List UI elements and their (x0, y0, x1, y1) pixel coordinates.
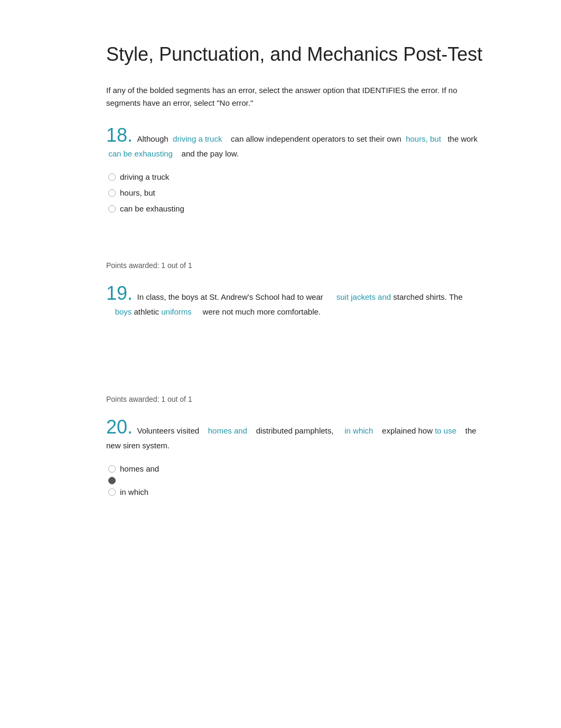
question-20-number: 20. (106, 416, 133, 438)
instructions: If any of the bolded segments has an err… (106, 84, 487, 109)
radio-in-which[interactable] (108, 489, 116, 496)
highlight-to-use: to use (435, 426, 456, 435)
highlight-can-be-exhausting: can be exhausting (108, 149, 173, 158)
option-driving-a-truck-label: driving a truck (120, 169, 169, 185)
option-homes-and-label: homes and (120, 461, 159, 477)
page-title: Style, Punctuation, and Mechanics Post-T… (106, 42, 487, 67)
highlight-homes-and: homes and (208, 426, 247, 435)
question-20-options: homes and in which (108, 461, 487, 500)
question-19-points: Points awarded: 1 out of 1 (106, 395, 487, 403)
highlight-and: and (378, 292, 391, 301)
question-19-text: 19. In class, the boys at St. Andrew's S… (106, 282, 487, 319)
question-19: 19. In class, the boys at St. Andrew's S… (106, 282, 487, 403)
highlight-boys: boys (115, 307, 132, 316)
option-can-be-exhausting-label: can be exhausting (120, 201, 184, 217)
radio-blank[interactable] (108, 477, 116, 484)
question-18-options: driving a truck hours, but can be exhaus… (108, 169, 487, 217)
question-20-sentence: Volunteers visited homes and distributed… (106, 426, 476, 450)
option-blank[interactable] (108, 477, 487, 484)
question-19-sentence: In class, the boys at St. Andrew's Schoo… (106, 292, 463, 316)
option-hours-but[interactable]: hours, but (108, 185, 487, 201)
option-in-which[interactable]: in which (108, 484, 487, 500)
option-homes-and[interactable]: homes and (108, 461, 487, 477)
option-can-be-exhausting[interactable]: can be exhausting (108, 201, 487, 217)
highlight-suit-jackets: suit jackets (336, 292, 376, 301)
question-18: 18. Although driving a truck can allow i… (106, 124, 487, 270)
question-20: 20. Volunteers visited homes and distrib… (106, 416, 487, 500)
question-18-sentence: Although driving a truck can allow indep… (106, 134, 478, 158)
question-18-number: 18. (106, 124, 133, 146)
question-20-text: 20. Volunteers visited homes and distrib… (106, 416, 487, 453)
question-18-text: 18. Although driving a truck can allow i… (106, 124, 487, 161)
option-in-which-label: in which (120, 484, 148, 500)
highlight-driving-a-truck: driving a truck (173, 134, 222, 143)
option-driving-a-truck[interactable]: driving a truck (108, 169, 487, 185)
radio-driving-a-truck[interactable] (108, 173, 116, 181)
radio-can-be-exhausting[interactable] (108, 205, 116, 213)
question-18-points: Points awarded: 1 out of 1 (106, 261, 487, 270)
highlight-hours-but: hours, but (406, 134, 441, 143)
radio-hours-but[interactable] (108, 189, 116, 197)
page-container: Style, Punctuation, and Mechanics Post-T… (53, 0, 508, 542)
highlight-in-which: in which (344, 426, 373, 435)
highlight-uniforms: uniforms (161, 307, 192, 316)
option-hours-but-label: hours, but (120, 185, 155, 201)
question-19-number: 19. (106, 282, 133, 304)
radio-homes-and[interactable] (108, 465, 116, 473)
